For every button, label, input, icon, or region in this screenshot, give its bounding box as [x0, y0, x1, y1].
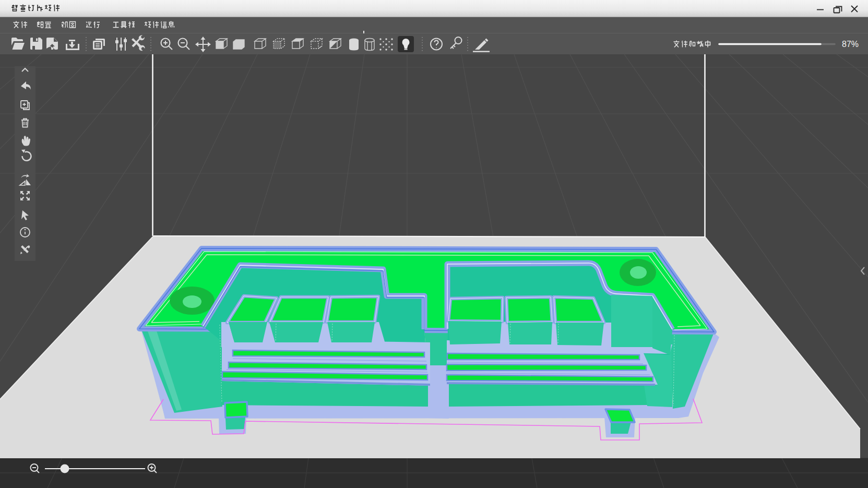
svg-text:87%: 87% — [842, 40, 859, 49]
